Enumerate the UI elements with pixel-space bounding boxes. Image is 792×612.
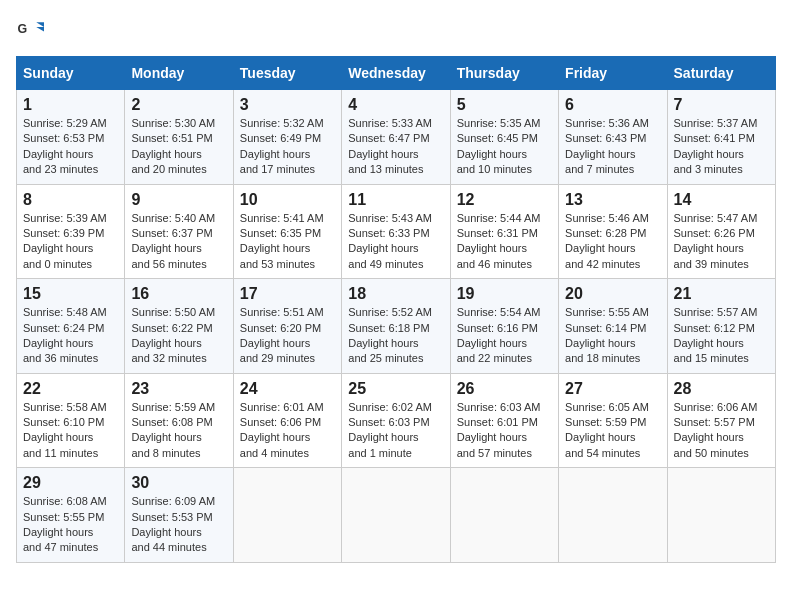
day-number: 13 (565, 191, 660, 209)
day-number: 22 (23, 380, 118, 398)
calendar-cell: 22Sunrise: 5:58 AMSunset: 6:10 PMDayligh… (17, 373, 125, 468)
weekday-header-row: SundayMondayTuesdayWednesdayThursdayFrid… (17, 57, 776, 90)
day-number: 18 (348, 285, 443, 303)
day-number: 10 (240, 191, 335, 209)
day-number: 8 (23, 191, 118, 209)
calendar-cell (342, 468, 450, 563)
calendar-cell: 16Sunrise: 5:50 AMSunset: 6:22 PMDayligh… (125, 279, 233, 374)
day-info: Sunrise: 5:50 AMSunset: 6:22 PMDaylight … (131, 306, 215, 364)
day-number: 23 (131, 380, 226, 398)
page-header: G (16, 16, 776, 44)
day-info: Sunrise: 6:03 AMSunset: 6:01 PMDaylight … (457, 401, 541, 459)
day-number: 15 (23, 285, 118, 303)
day-number: 25 (348, 380, 443, 398)
weekday-header: Friday (559, 57, 667, 90)
day-info: Sunrise: 6:02 AMSunset: 6:03 PMDaylight … (348, 401, 432, 459)
calendar-cell: 25Sunrise: 6:02 AMSunset: 6:03 PMDayligh… (342, 373, 450, 468)
day-number: 27 (565, 380, 660, 398)
weekday-header: Sunday (17, 57, 125, 90)
calendar-row: 22Sunrise: 5:58 AMSunset: 6:10 PMDayligh… (17, 373, 776, 468)
calendar-cell: 29Sunrise: 6:08 AMSunset: 5:55 PMDayligh… (17, 468, 125, 563)
day-number: 2 (131, 96, 226, 114)
day-number: 11 (348, 191, 443, 209)
day-number: 29 (23, 474, 118, 492)
day-info: Sunrise: 5:46 AMSunset: 6:28 PMDaylight … (565, 212, 649, 270)
day-info: Sunrise: 5:33 AMSunset: 6:47 PMDaylight … (348, 117, 432, 175)
day-number: 1 (23, 96, 118, 114)
day-info: Sunrise: 6:06 AMSunset: 5:57 PMDaylight … (674, 401, 758, 459)
calendar-cell: 3Sunrise: 5:32 AMSunset: 6:49 PMDaylight… (233, 90, 341, 185)
calendar-cell (450, 468, 558, 563)
calendar-row: 8Sunrise: 5:39 AMSunset: 6:39 PMDaylight… (17, 184, 776, 279)
day-info: Sunrise: 5:51 AMSunset: 6:20 PMDaylight … (240, 306, 324, 364)
day-info: Sunrise: 5:35 AMSunset: 6:45 PMDaylight … (457, 117, 541, 175)
calendar-cell: 13Sunrise: 5:46 AMSunset: 6:28 PMDayligh… (559, 184, 667, 279)
day-number: 12 (457, 191, 552, 209)
day-number: 26 (457, 380, 552, 398)
day-info: Sunrise: 5:32 AMSunset: 6:49 PMDaylight … (240, 117, 324, 175)
weekday-header: Tuesday (233, 57, 341, 90)
day-info: Sunrise: 5:41 AMSunset: 6:35 PMDaylight … (240, 212, 324, 270)
calendar-cell: 19Sunrise: 5:54 AMSunset: 6:16 PMDayligh… (450, 279, 558, 374)
calendar-cell: 28Sunrise: 6:06 AMSunset: 5:57 PMDayligh… (667, 373, 775, 468)
logo: G (16, 16, 48, 44)
day-info: Sunrise: 5:39 AMSunset: 6:39 PMDaylight … (23, 212, 107, 270)
calendar-cell: 23Sunrise: 5:59 AMSunset: 6:08 PMDayligh… (125, 373, 233, 468)
calendar-row: 1Sunrise: 5:29 AMSunset: 6:53 PMDaylight… (17, 90, 776, 185)
calendar-cell: 7Sunrise: 5:37 AMSunset: 6:41 PMDaylight… (667, 90, 775, 185)
calendar-cell: 2Sunrise: 5:30 AMSunset: 6:51 PMDaylight… (125, 90, 233, 185)
day-info: Sunrise: 5:30 AMSunset: 6:51 PMDaylight … (131, 117, 215, 175)
calendar-cell (233, 468, 341, 563)
weekday-header: Thursday (450, 57, 558, 90)
day-number: 3 (240, 96, 335, 114)
calendar-cell: 6Sunrise: 5:36 AMSunset: 6:43 PMDaylight… (559, 90, 667, 185)
day-info: Sunrise: 5:47 AMSunset: 6:26 PMDaylight … (674, 212, 758, 270)
day-info: Sunrise: 6:09 AMSunset: 5:53 PMDaylight … (131, 495, 215, 553)
day-info: Sunrise: 5:36 AMSunset: 6:43 PMDaylight … (565, 117, 649, 175)
day-number: 14 (674, 191, 769, 209)
day-info: Sunrise: 5:37 AMSunset: 6:41 PMDaylight … (674, 117, 758, 175)
day-info: Sunrise: 5:58 AMSunset: 6:10 PMDaylight … (23, 401, 107, 459)
day-number: 28 (674, 380, 769, 398)
logo-icon: G (16, 16, 44, 44)
svg-text:G: G (18, 22, 28, 36)
day-number: 24 (240, 380, 335, 398)
weekday-header: Monday (125, 57, 233, 90)
calendar-cell: 5Sunrise: 5:35 AMSunset: 6:45 PMDaylight… (450, 90, 558, 185)
day-info: Sunrise: 5:43 AMSunset: 6:33 PMDaylight … (348, 212, 432, 270)
calendar-cell: 24Sunrise: 6:01 AMSunset: 6:06 PMDayligh… (233, 373, 341, 468)
calendar-cell: 12Sunrise: 5:44 AMSunset: 6:31 PMDayligh… (450, 184, 558, 279)
day-number: 5 (457, 96, 552, 114)
day-info: Sunrise: 6:08 AMSunset: 5:55 PMDaylight … (23, 495, 107, 553)
day-number: 17 (240, 285, 335, 303)
day-info: Sunrise: 5:57 AMSunset: 6:12 PMDaylight … (674, 306, 758, 364)
calendar-cell: 9Sunrise: 5:40 AMSunset: 6:37 PMDaylight… (125, 184, 233, 279)
calendar-cell: 30Sunrise: 6:09 AMSunset: 5:53 PMDayligh… (125, 468, 233, 563)
calendar-cell: 17Sunrise: 5:51 AMSunset: 6:20 PMDayligh… (233, 279, 341, 374)
calendar-row: 15Sunrise: 5:48 AMSunset: 6:24 PMDayligh… (17, 279, 776, 374)
day-info: Sunrise: 5:59 AMSunset: 6:08 PMDaylight … (131, 401, 215, 459)
day-number: 9 (131, 191, 226, 209)
svg-marker-1 (36, 22, 44, 27)
day-number: 30 (131, 474, 226, 492)
day-number: 7 (674, 96, 769, 114)
calendar-cell (667, 468, 775, 563)
day-info: Sunrise: 5:40 AMSunset: 6:37 PMDaylight … (131, 212, 215, 270)
calendar-cell: 27Sunrise: 6:05 AMSunset: 5:59 PMDayligh… (559, 373, 667, 468)
weekday-header: Wednesday (342, 57, 450, 90)
day-number: 21 (674, 285, 769, 303)
calendar-cell: 10Sunrise: 5:41 AMSunset: 6:35 PMDayligh… (233, 184, 341, 279)
day-info: Sunrise: 5:52 AMSunset: 6:18 PMDaylight … (348, 306, 432, 364)
day-number: 6 (565, 96, 660, 114)
day-number: 20 (565, 285, 660, 303)
day-info: Sunrise: 5:29 AMSunset: 6:53 PMDaylight … (23, 117, 107, 175)
day-info: Sunrise: 5:44 AMSunset: 6:31 PMDaylight … (457, 212, 541, 270)
calendar-cell: 4Sunrise: 5:33 AMSunset: 6:47 PMDaylight… (342, 90, 450, 185)
calendar-cell: 1Sunrise: 5:29 AMSunset: 6:53 PMDaylight… (17, 90, 125, 185)
calendar-cell: 11Sunrise: 5:43 AMSunset: 6:33 PMDayligh… (342, 184, 450, 279)
calendar-cell: 26Sunrise: 6:03 AMSunset: 6:01 PMDayligh… (450, 373, 558, 468)
calendar-cell: 14Sunrise: 5:47 AMSunset: 6:26 PMDayligh… (667, 184, 775, 279)
day-number: 16 (131, 285, 226, 303)
calendar-row: 29Sunrise: 6:08 AMSunset: 5:55 PMDayligh… (17, 468, 776, 563)
calendar-cell (559, 468, 667, 563)
